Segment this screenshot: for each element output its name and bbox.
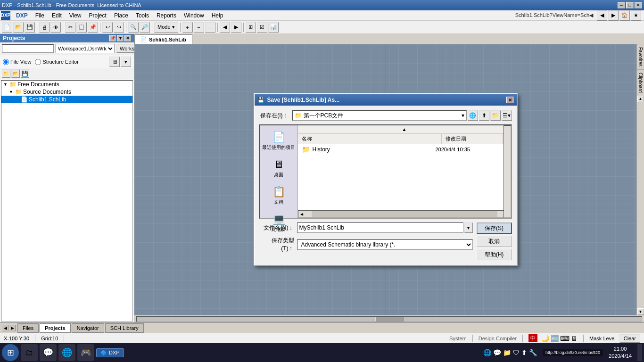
tb-check[interactable]: ☑ (257, 22, 267, 33)
nav-back-btn[interactable]: ◀ (597, 10, 607, 21)
file-list-scroll-up[interactable]: ▲ (298, 125, 511, 134)
tb-mode-dropdown[interactable]: Mode ▾ (154, 22, 178, 33)
nav-forward-btn[interactable]: ▶ (608, 10, 619, 21)
panel-icon-btn1[interactable]: 🖥 (109, 57, 120, 67)
close-button[interactable]: ✕ (635, 2, 642, 8)
tab-nav-prev[interactable]: ◀ (2, 325, 8, 331)
file-list-scrollbar[interactable] (504, 125, 511, 218)
tree-schlib1[interactable]: 📄 Schlib1.SchLib (1, 96, 132, 103)
taskbar-file-explorer[interactable]: 🗂 (21, 344, 38, 361)
show-desktop-btn[interactable] (637, 344, 642, 361)
location-back-btn[interactable]: 🌐 (468, 110, 478, 121)
tab-projects[interactable]: Projects (40, 323, 70, 333)
project-search-input[interactable] (2, 44, 54, 53)
help-button[interactable]: 帮助(H) (477, 249, 512, 260)
tb-new[interactable]: 📄 (2, 22, 12, 33)
nav-desktop[interactable]: 🖥 桌面 (261, 156, 297, 180)
project-btn3[interactable]: 💾 (21, 69, 29, 78)
menu-file[interactable]: File (32, 11, 48, 20)
file-name-col[interactable]: 名称 (298, 134, 442, 144)
menu-help[interactable]: Help (208, 11, 227, 20)
menu-view[interactable]: View (66, 11, 85, 20)
structure-editor-option[interactable]: Structure Editor (35, 59, 78, 65)
tb-plus[interactable]: + (182, 22, 193, 33)
tb-open[interactable]: 📂 (13, 22, 24, 33)
main-canvas[interactable]: 💾 Save [Schlib1.SchLib] As... ✕ 保存在(I)： (134, 44, 636, 315)
menu-dxp[interactable]: DXP (12, 11, 32, 20)
tab-sch-library[interactable]: SCH Library (105, 323, 144, 333)
tb-grid[interactable]: ⊞ (246, 22, 256, 33)
nav-documents[interactable]: 📋 文档 (261, 184, 297, 207)
tab-files[interactable]: Files (17, 323, 39, 333)
menu-reports[interactable]: Reports (153, 11, 180, 20)
filename-input[interactable] (297, 222, 463, 233)
tab-schlib1[interactable]: 📄 Schlib1.SchLib (134, 34, 192, 44)
menu-window[interactable]: Window (180, 11, 208, 20)
panel-menu-btn[interactable]: ▾ (117, 35, 124, 41)
menu-project[interactable]: Project (85, 11, 110, 20)
clear-button[interactable]: Clear (619, 334, 640, 343)
taskbar-app[interactable]: 🎮 (77, 344, 94, 361)
cancel-button[interactable]: 取消 (477, 236, 512, 247)
nav-star-btn[interactable]: ★ (631, 10, 641, 21)
tb-next[interactable]: ▶ (231, 22, 241, 33)
tb-redo[interactable]: ↪ (114, 22, 124, 33)
location-up-btn[interactable]: ⬆ (479, 110, 489, 121)
location-view-btn[interactable]: ☰▾ (502, 110, 512, 121)
tb-layers[interactable]: 📊 (268, 22, 279, 33)
save-button[interactable]: 保存(S) (477, 222, 512, 234)
tb-print[interactable]: 🖨 (39, 22, 50, 33)
tb-zoom-in[interactable]: 🔍 (128, 22, 139, 33)
hscroll-bar[interactable] (136, 316, 642, 322)
dxp-logo[interactable]: DXP (1, 11, 10, 20)
maximize-button[interactable]: □ (626, 2, 634, 8)
tb-line[interactable]: — (205, 22, 215, 33)
minimize-button[interactable]: ─ (618, 2, 625, 8)
tb-zoom-out[interactable]: 🔎 (140, 22, 150, 33)
location-new-folder-btn[interactable]: 📁 (490, 110, 501, 121)
tab-navigator[interactable]: Navigator (72, 323, 104, 333)
tb-copy[interactable]: 📋 (76, 22, 87, 33)
location-select[interactable]: 📁 第一个PCB文件 ▾ (292, 110, 467, 121)
panel-close-btn[interactable]: ✕ (124, 35, 131, 41)
tab-nav-next[interactable]: ▶ (9, 325, 16, 331)
file-list-hscroll[interactable]: ◀ ▶ (298, 210, 511, 218)
tb-undo[interactable]: ↩ (102, 22, 113, 33)
project-btn2[interactable]: 📂 (11, 69, 20, 78)
menu-edit[interactable]: Edit (48, 11, 66, 20)
project-btn1[interactable]: 📁 (2, 69, 10, 78)
tree-free-documents[interactable]: ▼ 📁 Free Documents (1, 81, 132, 88)
file-date-col[interactable]: 修改日期 (442, 134, 503, 144)
vscroll-down-btn[interactable]: ▼ (637, 308, 644, 315)
taskbar-dxp-active[interactable]: 🔷 DXP (96, 348, 124, 357)
dialog-close-button[interactable]: ✕ (506, 97, 514, 103)
workspace-select[interactable]: Workspace1.DsnWrk (56, 44, 115, 53)
panel-pin-btn[interactable]: 📌 (109, 35, 116, 41)
taskbar-chat[interactable]: 💬 (40, 344, 57, 361)
vscroll-up-btn[interactable]: ▲ (637, 96, 644, 102)
clipboard-label[interactable]: Clipboard (637, 70, 644, 96)
file-view-option[interactable]: File View (3, 59, 31, 65)
tb-cut[interactable]: ✂ (65, 22, 75, 33)
favorites-label[interactable]: Favorites (637, 44, 644, 70)
tree-source-documents[interactable]: ▼ 📁 Source Documents (1, 88, 132, 96)
tb-prev[interactable]: ◀ (220, 22, 230, 33)
tb-preview[interactable]: 👁 (50, 22, 61, 33)
panel-icon-btn2[interactable]: ▾ (121, 57, 131, 67)
taskbar-clock[interactable]: 21:00 2020/4/14 (605, 346, 636, 360)
hscroll-left[interactable]: ◀ (298, 212, 305, 216)
hscroll-thumb[interactable] (375, 317, 404, 321)
filename-dropdown-btn[interactable]: ▾ (464, 222, 473, 233)
taskbar-browser[interactable]: 🌐 (58, 344, 75, 361)
menu-place[interactable]: Place (110, 11, 132, 20)
chinese-input-icon[interactable]: 中 (528, 334, 537, 342)
file-entry-history[interactable]: 📁 History 2020/4/4 10:35 (298, 144, 511, 155)
tb-minus[interactable]: − (194, 22, 204, 33)
nav-home-btn[interactable]: 🏠 (619, 10, 630, 21)
nav-recent[interactable]: 📄 最近使用的项目 (261, 129, 297, 153)
filetype-select[interactable]: Advanced Schematic binary library (*. (297, 239, 473, 250)
tb-save[interactable]: 💾 (25, 22, 35, 33)
start-button[interactable]: ⊞ (2, 344, 19, 361)
menu-tools[interactable]: Tools (132, 11, 153, 20)
tb-paste[interactable]: 📌 (88, 22, 98, 33)
